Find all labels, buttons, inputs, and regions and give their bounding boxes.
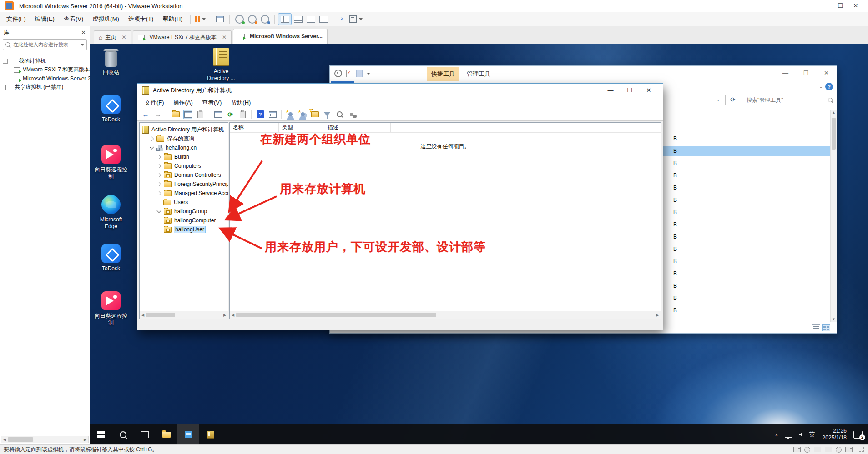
cdrom-device-icon[interactable] (804, 447, 810, 453)
scroll-left-icon[interactable]: ◀ (140, 311, 146, 319)
library-search-box[interactable] (3, 39, 87, 50)
tree-horizontal-scrollbar[interactable]: ◀ ▶ (140, 311, 228, 319)
explorer-minimize-button[interactable]: — (775, 66, 796, 80)
scrollbar-thumb[interactable] (146, 313, 175, 317)
file-row[interactable]: B (648, 294, 832, 303)
task-view-button[interactable] (134, 424, 156, 444)
file-row[interactable]: B (648, 134, 832, 144)
file-row[interactable]: B (648, 269, 832, 279)
snapshot-manager-button[interactable] (258, 14, 271, 25)
file-row[interactable]: B (648, 183, 832, 193)
language-indicator[interactable]: 英 (806, 430, 818, 439)
show-thumbnail-bar-button[interactable] (292, 14, 304, 25)
file-row[interactable]: B (648, 306, 832, 315)
back-button[interactable]: ← (141, 110, 150, 119)
chevron-right-icon[interactable] (157, 191, 161, 195)
minimize-button[interactable]: – (817, 0, 833, 11)
scrollbar-thumb[interactable] (8, 437, 33, 442)
show-console-tree-button[interactable] (183, 110, 192, 119)
tray-expand-icon[interactable]: ∧ (772, 432, 781, 437)
new-group-button[interactable] (298, 110, 307, 119)
resize-grip[interactable] (859, 447, 864, 452)
action-center-button[interactable]: 2 (853, 431, 863, 439)
file-row[interactable]: B (648, 159, 832, 168)
forward-button[interactable]: → (153, 110, 162, 119)
column-name[interactable]: 名称 (230, 123, 279, 132)
explorer-app-button[interactable] (177, 424, 199, 444)
refresh-button[interactable]: ⟳ (226, 110, 235, 119)
scroll-up-icon[interactable]: ▲ (831, 110, 837, 115)
explorer-close-button[interactable]: ✕ (816, 66, 837, 80)
tab-close-icon[interactable]: ✕ (222, 34, 227, 40)
scroll-left-icon[interactable]: ◀ (1, 436, 8, 443)
desktop-icon-edge[interactable]: Microsoft Edge (91, 195, 131, 230)
library-search-input[interactable] (12, 41, 78, 48)
ad-users-computers-window[interactable]: Active Directory 用户和计算机 — ☐ ✕ 文件(F) 操作(A… (137, 83, 663, 330)
taskbar-clock[interactable]: 21:26 2025/1/18 (818, 428, 851, 441)
ad-tree-item-computers[interactable]: Computers (140, 161, 228, 170)
menu-help[interactable]: 帮助(H) (158, 13, 187, 25)
ad-close-button[interactable]: ✕ (639, 85, 658, 96)
desktop-icon-active-directory[interactable]: Active Directory ... (202, 48, 241, 82)
new-ou-button[interactable] (310, 110, 319, 119)
address-dropdown-icon[interactable]: ⌄ (717, 97, 720, 102)
ad-tree-item-users[interactable]: Users (140, 198, 228, 207)
menu-tabs[interactable]: 选项卡(T) (124, 13, 158, 25)
export-list-button[interactable] (238, 110, 247, 119)
explorer-contextual-tab[interactable]: 快捷工具 (427, 67, 459, 81)
desktop-icon-todesk[interactable]: ToDesk (91, 95, 131, 123)
maximize-button[interactable]: ☐ (833, 0, 848, 11)
take-snapshot-button[interactable] (233, 14, 246, 25)
new-folder-icon[interactable] (356, 70, 363, 77)
ad-menu-action[interactable]: 操作(A) (169, 99, 197, 107)
volume-icon[interactable] (799, 433, 802, 437)
explorer-search-box[interactable] (743, 95, 835, 105)
ad-tree-item-managed-service-accounts[interactable]: Managed Service Accounts (140, 189, 228, 198)
refresh-icon[interactable]: ⟳ (730, 96, 736, 103)
chevron-right-icon[interactable] (150, 136, 154, 141)
up-one-level-button[interactable] (171, 110, 180, 119)
file-row[interactable]: B (648, 281, 832, 291)
filter-button[interactable] (323, 110, 332, 119)
menu-view[interactable]: 查看(V) (59, 13, 88, 25)
file-row[interactable]: B (648, 171, 832, 180)
taskbar-search-button[interactable] (112, 424, 134, 444)
printer-device-icon[interactable] (845, 447, 853, 452)
advanced-button[interactable] (347, 110, 356, 119)
ad-tree-item-domain[interactable]: hehailong.cn (140, 143, 228, 152)
tab-esxi-vm[interactable]: VMware ESXi 7 和更高版本 ✕ (133, 30, 232, 44)
new-user-button[interactable] (286, 110, 295, 119)
help-icon[interactable]: ? (825, 83, 833, 90)
scroll-right-icon[interactable]: ▶ (222, 311, 228, 319)
power-pause-button[interactable] (194, 14, 207, 25)
chevron-down-icon[interactable] (150, 145, 154, 150)
dropdown-caret-icon[interactable] (81, 44, 84, 46)
library-item-my-computer[interactable]: 我的计算机 (0, 57, 90, 65)
large-icons-view-button[interactable] (822, 324, 830, 331)
scroll-right-icon[interactable]: ▶ (654, 311, 661, 319)
ad-menu-view[interactable]: 查看(V) (197, 99, 226, 107)
ad-tree-item-hailongcomputer[interactable]: hailongComputer (140, 216, 228, 225)
chevron-down-icon[interactable] (157, 209, 161, 213)
harddisk-device-icon[interactable] (793, 447, 801, 452)
desktop-icon-sunflower-remote[interactable]: 向日葵远程控制 (91, 145, 131, 180)
close-button[interactable]: ✕ (848, 0, 863, 11)
ad-maximize-button[interactable]: ☐ (620, 85, 639, 96)
find-button[interactable] (335, 110, 344, 119)
explorer-vertical-scrollbar[interactable]: ▲ ▼ (830, 110, 837, 322)
column-type[interactable]: 类型 (279, 123, 324, 132)
window-properties-button[interactable] (213, 110, 222, 119)
tab-close-icon[interactable]: ✕ (121, 34, 126, 40)
ad-tree-item-hailonggroup[interactable]: hailongGroup (140, 207, 228, 216)
tab-home[interactable]: ⌂ 主页 ✕ (94, 30, 131, 44)
file-row[interactable]: B (648, 244, 832, 254)
usb-device-icon[interactable] (825, 447, 832, 452)
chevron-right-icon[interactable] (157, 164, 161, 168)
scroll-left-icon[interactable]: ◀ (230, 311, 236, 319)
menu-vm[interactable]: 虚拟机(M) (88, 13, 124, 25)
ad-tree-item-saved-queries[interactable]: 保存的查询 (140, 134, 228, 143)
tab-windows-server-vm[interactable]: Microsoft Windows Server... (233, 29, 328, 44)
start-button[interactable] (90, 424, 112, 444)
fit-window-button[interactable] (317, 14, 330, 25)
desktop-icon-sunflower-remote-2[interactable]: 向日葵远程控制 (91, 291, 131, 326)
